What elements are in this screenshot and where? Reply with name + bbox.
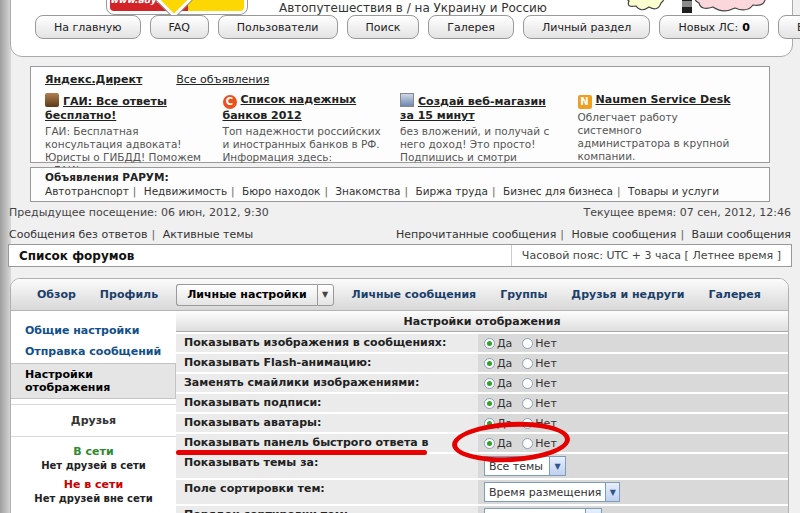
radio-no-label[interactable]: Нет [535, 377, 556, 390]
separator: | [320, 185, 332, 197]
setting-control: Время размещения ▼ [478, 480, 788, 504]
tab-friends-foes[interactable]: Друзья и недруги [559, 288, 696, 301]
setting-label: Показывать темы за: [176, 454, 478, 478]
rarum-link-auto[interactable]: Автотранспорт [45, 185, 129, 197]
current-time-text: Текущее время: 07 сен, 2012, 12:46 [583, 206, 791, 219]
unanswered-link[interactable]: Сообщения без ответов [9, 228, 147, 241]
ad-body-text: Топ надежности российских и иностранных … [223, 125, 383, 164]
your-messages-link[interactable]: Ваши сообщения [692, 228, 791, 241]
radio-yes[interactable] [484, 338, 495, 349]
rarum-link-realty[interactable]: Недвижимость [144, 185, 227, 197]
site-tagline: Автопутешествия в / на Украину и Россию [279, 1, 547, 15]
separator: | [556, 228, 568, 241]
pm-label: Новых ЛС: [678, 21, 738, 34]
rarum-link-goods[interactable]: Товары и услуги [628, 185, 719, 197]
ad-title-link[interactable]: Naumen Service Desk [596, 93, 731, 106]
all-ads-link[interactable]: Все объявления [176, 73, 269, 86]
radio-no[interactable] [522, 338, 533, 349]
active-topics-link[interactable]: Активные темы [163, 228, 254, 241]
setting-row-sort-order: Порядок сортировки тем: по убыванию ▼ [176, 506, 788, 513]
sort-field-select[interactable]: Время размещения ▼ [484, 482, 620, 502]
nav-ucp-button[interactable]: Личный раздел [523, 15, 650, 39]
board-index-link[interactable]: Список форумов [9, 249, 134, 263]
map-graphic [623, 0, 771, 15]
display-settings-form: Настройки отображения Показывать изображ… [176, 311, 788, 513]
pm-count-badge: 0 [742, 21, 750, 34]
rarum-link-lostfound[interactable]: Бюро находок [242, 185, 320, 197]
nav-home-button[interactable]: На главную [35, 15, 141, 39]
ad-thumbnail-icon: N [578, 95, 592, 109]
new-messages-link[interactable]: Новые сообщения [572, 228, 677, 241]
rarum-link-jobs[interactable]: Биржа труда [415, 185, 488, 197]
nav-members-button[interactable]: Пользователи [218, 15, 338, 39]
yandex-direct-link[interactable]: Яндекс.Директ [45, 73, 142, 86]
radio-yes-label[interactable]: Да [497, 337, 512, 350]
rarum-link-b2b[interactable]: Бизнес для бизнеса [503, 185, 613, 197]
radio-no-label[interactable]: Нет [535, 337, 556, 350]
nav-gallery-button[interactable]: Галерея [428, 15, 514, 39]
timezone-text: Часовой пояс: UTC + 3 часа [ Летнее врем… [511, 245, 791, 266]
ad-thumbnail-icon: C [223, 95, 237, 109]
separator: | [613, 185, 625, 197]
unread-messages-link[interactable]: Непрочитанные сообщения [396, 228, 556, 241]
radio-no[interactable] [522, 378, 533, 389]
ad-thumbnail-icon [400, 93, 414, 107]
ad-title-link[interactable]: ГАИ: Все ответы бесплатно! [45, 95, 167, 122]
friends-online-label[interactable]: В сети [11, 442, 176, 458]
separator: | [488, 185, 500, 197]
setting-row-signatures: Показывать подписи: Да Нет [176, 394, 788, 412]
ads-header: Яндекс.Директ Все объявления [45, 73, 755, 86]
right-message-links: Непрочитанные сообщения| Новые сообщения… [396, 228, 791, 241]
setting-control: Да Нет [478, 334, 788, 352]
left-message-links: Сообщения без ответов| Активные темы [9, 228, 253, 241]
message-links-line: Сообщения без ответов| Активные темы Неп… [9, 228, 791, 241]
friends-section-title: Друзья [11, 410, 176, 431]
nav-search-button[interactable]: Поиск [347, 15, 420, 39]
ad-body-text: Облегчает работу системного администрато… [578, 111, 738, 163]
tab-profile[interactable]: Профиль [88, 288, 170, 301]
nav-logout-button[interactable]: Выход [ Kinrapan ] [778, 15, 800, 39]
sidebar-item-posting-settings[interactable]: Отправка сообщений [11, 341, 176, 362]
top-navigation: На главную FAQ Пользователи Поиск Галере… [35, 15, 778, 39]
nav-faq-button[interactable]: FAQ [150, 15, 209, 39]
setting-control: Да Нет [478, 374, 788, 392]
sort-order-select[interactable]: по убыванию ▼ [484, 508, 602, 513]
tab-groups[interactable]: Группы [488, 288, 559, 301]
chevron-down-icon: ▼ [585, 509, 601, 513]
setting-label: Поле сортировки тем: [176, 480, 478, 504]
rarum-ads-box: Объявления РАРУМ: Автотранспорт| Недвижи… [30, 167, 770, 202]
friends-offline-label[interactable]: Не в сети [11, 475, 176, 491]
tab-private-messages[interactable]: Личные сообщения [340, 288, 489, 301]
radio-no[interactable] [522, 358, 533, 369]
sidebar-item-display-settings[interactable]: Настройки отображения [11, 363, 176, 399]
chevron-down-icon[interactable]: ▼ [317, 284, 334, 306]
rarum-link-dating[interactable]: Знакомства [335, 185, 400, 197]
chevron-down-icon: ▼ [605, 483, 619, 501]
chevron-down-icon: ▼ [549, 457, 565, 475]
setting-row-smilies: Заменять смайлики изображениями: Да Нет [176, 374, 788, 392]
tab-gallery[interactable]: Галерея [696, 288, 772, 301]
setting-label: Порядок сортировки тем: [176, 506, 478, 513]
nav-new-pm-button[interactable]: Новых ЛС: 0 [659, 15, 769, 39]
setting-label: Показывать подписи: [176, 394, 478, 412]
radio-yes-label[interactable]: Да [497, 377, 512, 390]
radio-yes[interactable] [484, 358, 495, 369]
radio-yes-label[interactable]: Да [497, 357, 512, 370]
tab-overview[interactable]: Обзор [25, 288, 88, 301]
ad-title-link[interactable]: Создай веб-магазин за 15 минут [400, 95, 546, 122]
ucp-sidebar: Общие настройки Отправка сообщений Настр… [11, 311, 176, 513]
radio-no[interactable] [522, 398, 533, 409]
radio-yes[interactable] [484, 378, 495, 389]
friends-offline-status: Нет друзей вне сети [11, 491, 176, 508]
radio-yes-label[interactable]: Да [497, 397, 512, 410]
radio-no-label[interactable]: Нет [535, 357, 556, 370]
ad-title-link[interactable]: Список надежных банков 2012 [223, 93, 357, 122]
setting-label: Показывать изображения в сообщениях: [176, 334, 478, 352]
sidebar-item-general-settings[interactable]: Общие настройки [11, 320, 176, 341]
radio-yes[interactable] [484, 398, 495, 409]
annotation-underline [176, 450, 427, 455]
separator: | [676, 228, 688, 241]
radio-no-label[interactable]: Нет [535, 397, 556, 410]
tab-personal-settings[interactable]: Личные настройки ▼ [176, 284, 333, 306]
rarum-title: Объявления РАРУМ: [45, 171, 755, 183]
